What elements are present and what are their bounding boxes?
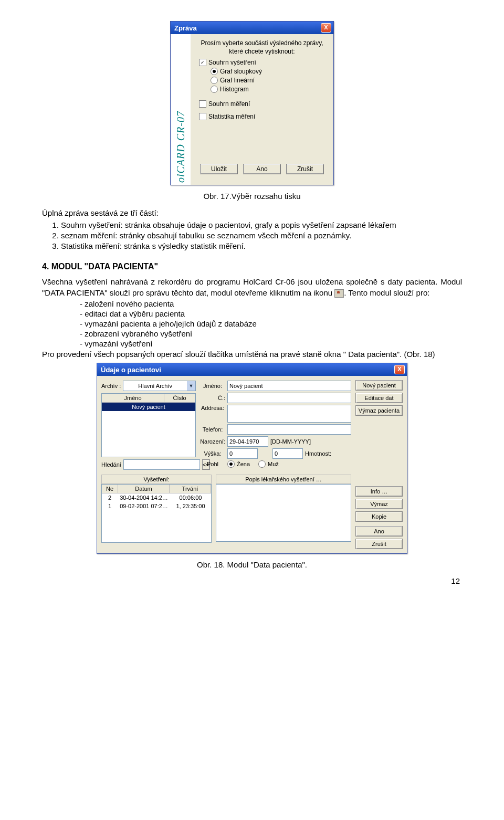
section-heading: 4. MODUL "DATA PACIENTA" bbox=[42, 262, 462, 271]
id-field[interactable] bbox=[227, 393, 351, 403]
product-logo: olCARD CR-07 bbox=[171, 34, 191, 185]
birth-field[interactable] bbox=[227, 436, 268, 447]
save-button[interactable]: Uložit bbox=[200, 164, 238, 174]
chevron-down-icon: ▼ bbox=[187, 381, 195, 391]
patient-data-dialog: Údaje o pacientovi X Archív : bbox=[97, 363, 407, 554]
radio-graf-sloupkovy[interactable]: Graf sloupkový bbox=[211, 68, 328, 75]
checkbox-souhrn-vysetreni[interactable]: ✓Souhrn vyšetření bbox=[199, 59, 328, 66]
table-row[interactable]: 1 09-02-2001 07:2… 1, 23:35:00 bbox=[102, 502, 211, 510]
checkbox-souhrn-mereni[interactable]: Souhrn měření bbox=[199, 100, 328, 108]
info-button[interactable]: Info … bbox=[355, 486, 403, 497]
dialog-title: Zpráva bbox=[174, 24, 197, 32]
label-c: Č.: bbox=[200, 395, 225, 401]
print-scope-dialog: Zpráva X olCARD CR-07 Prosím vyberte sou… bbox=[170, 21, 334, 185]
exam-section-label: Vyšetření: bbox=[101, 475, 212, 484]
search-input[interactable] bbox=[123, 459, 200, 470]
dialog-prompt: Prosím vyberte součásti výsledného zpráv… bbox=[196, 39, 328, 56]
label-hledani: Hledání bbox=[101, 461, 121, 468]
close-icon[interactable]: X bbox=[394, 365, 405, 374]
table-row[interactable]: 2 30-04-2004 14:2… 00:06:00 bbox=[102, 493, 211, 502]
exam-description-field[interactable] bbox=[216, 484, 351, 542]
list-item: Souhrn vyšetření: stránka obsahuje údaje… bbox=[61, 220, 462, 229]
radio-histogram[interactable]: Histogram bbox=[211, 86, 328, 93]
label-hmotnost: Hmotnost: bbox=[305, 450, 331, 457]
patient-listbox[interactable]: Jméno Číslo Nový pacient bbox=[101, 393, 196, 457]
page-number: 12 bbox=[42, 576, 462, 585]
exam-listbox[interactable]: Ne Datum Trvání 2 30-04-2004 14:2… 00:06… bbox=[101, 484, 212, 543]
dialog-titlebar: Údaje o pacientovi X bbox=[97, 363, 407, 376]
figure-caption-17: Obr. 17.Výběr rozsahu tisku bbox=[42, 192, 462, 201]
list-item: seznam měření: stránky obsahují tabulku … bbox=[61, 231, 462, 240]
new-patient-button[interactable]: Nový pacient bbox=[355, 380, 403, 391]
phone-field[interactable] bbox=[227, 424, 351, 435]
dash-list: založení nového pacienta editaci dat a v… bbox=[80, 299, 462, 348]
label-archiv: Archív : bbox=[101, 383, 121, 389]
close-icon[interactable]: X bbox=[321, 23, 331, 33]
cancel-button[interactable]: Zrušit bbox=[286, 164, 324, 174]
label-telefon: Telefon: bbox=[200, 426, 225, 433]
checkbox-statistika-mereni[interactable]: Statistika měření bbox=[199, 113, 328, 120]
list-item[interactable]: Nový pacient bbox=[102, 403, 195, 411]
yes-button[interactable]: Ano bbox=[355, 526, 403, 537]
paragraph-intro: Úplná zpráva sestává ze tří částí: bbox=[42, 208, 462, 218]
label-vyska: Výška: bbox=[200, 450, 225, 457]
paragraph-buttons: Pro provedení všech popsaných operací sl… bbox=[42, 349, 462, 360]
dialog-titlebar: Zpráva X bbox=[171, 22, 333, 34]
yes-button[interactable]: Ano bbox=[243, 164, 281, 174]
name-field[interactable] bbox=[227, 381, 351, 391]
dialog-title: Údaje o pacientovi bbox=[101, 366, 161, 374]
desc-section-label: Popis lékařského vyšetření … bbox=[216, 475, 351, 484]
list-item: Statistika měření: stránka s výsledky st… bbox=[61, 241, 462, 250]
list-item: založení nového pacienta bbox=[80, 299, 462, 308]
patient-data-icon bbox=[334, 289, 344, 298]
list-item: vymazání vyšetření bbox=[80, 339, 462, 348]
list-item: zobrazení vybraného vyšetření bbox=[80, 329, 462, 338]
height-field[interactable] bbox=[227, 448, 258, 459]
address-field[interactable] bbox=[227, 405, 351, 423]
delete-exam-button[interactable]: Výmaz bbox=[355, 499, 403, 509]
radio-graf-linearni[interactable]: Graf lineární bbox=[211, 77, 328, 84]
list-item: vymazání pacienta a jeho/jejích údajů z … bbox=[80, 319, 462, 328]
copy-button[interactable]: Kopie bbox=[355, 511, 403, 522]
birth-format: [DD-MM-YYYY] bbox=[270, 438, 311, 445]
archive-dropdown[interactable]: Hlavní Archív▼ bbox=[123, 381, 196, 391]
figure-caption-18: Obr. 18. Modul "Data pacienta". bbox=[42, 560, 462, 569]
delete-patient-button[interactable]: Výmaz pacienta bbox=[355, 405, 403, 416]
label-pohl: Pohl bbox=[200, 461, 225, 467]
radio-zena[interactable] bbox=[227, 460, 235, 468]
paragraph-module: Všechna vyšetření nahrávaná z rekordéru … bbox=[42, 277, 462, 298]
label-jmeno: Jméno: bbox=[200, 383, 225, 389]
weight-field[interactable] bbox=[272, 448, 303, 459]
numbered-list: Souhrn vyšetření: stránka obsahuje údaje… bbox=[61, 220, 462, 250]
cancel-button[interactable]: Zrušit bbox=[355, 539, 403, 549]
radio-muz[interactable] bbox=[258, 460, 266, 468]
label-narozeni: Narození: bbox=[200, 438, 225, 445]
edit-data-button[interactable]: Editace dat bbox=[355, 393, 403, 403]
label-adresa: Addresa: bbox=[200, 405, 225, 411]
list-item: editaci dat a výběru pacienta bbox=[80, 309, 462, 318]
